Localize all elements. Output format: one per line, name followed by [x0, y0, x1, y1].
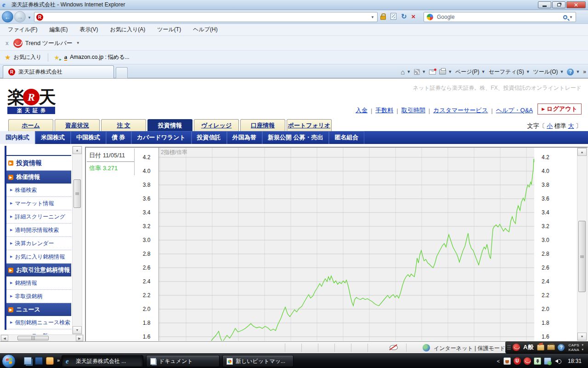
- search-dropdown-icon[interactable]: ▼: [569, 15, 573, 19]
- main-tab-0[interactable]: ホーム: [8, 119, 53, 131]
- scroll-up-button[interactable]: ▲: [577, 148, 587, 156]
- main-tab-1[interactable]: 資産状況: [55, 119, 100, 131]
- quick-launch-media[interactable]: [46, 357, 54, 365]
- stop-icon[interactable]: ×: [412, 13, 416, 20]
- sidebar-link-4[interactable]: ▶詳細スクリーニング: [6, 210, 71, 224]
- caps-indicator[interactable]: CAPS▼: [568, 343, 584, 347]
- scrollbar-thumb[interactable]: [578, 221, 586, 292]
- search-box[interactable]: Google ▼: [424, 12, 576, 22]
- sub-tab-4[interactable]: カバードワラント: [131, 131, 192, 144]
- network-icon[interactable]: [544, 357, 551, 365]
- back-button[interactable]: ←: [2, 11, 13, 23]
- sidebar-link-3[interactable]: ▶マーケット情報: [6, 197, 71, 210]
- scrollbar-thumb[interactable]: [17, 336, 49, 340]
- taskbar-clock[interactable]: 18:31: [568, 358, 582, 364]
- tools-menu[interactable]: ツール(O)▼: [533, 68, 564, 76]
- main-tab-6[interactable]: ポートフォリオ: [287, 119, 332, 131]
- sub-tab-5[interactable]: 投資信託: [192, 131, 227, 144]
- main-tab-5[interactable]: 口座情報: [240, 119, 285, 131]
- trend-toolbar-label[interactable]: Trend ツールバー: [25, 39, 73, 47]
- ime-input-mode-icon[interactable]: [513, 344, 520, 351]
- safety-menu[interactable]: セーフティ(S)▼: [489, 68, 530, 76]
- taskbar-button-rakuten[interactable]: e 楽天証券株式会社 ...: [62, 355, 143, 367]
- sidebar-link-12[interactable]: ▶個別銘柄ニュース検索: [6, 316, 71, 329]
- drag-grip-icon[interactable]: [507, 344, 510, 351]
- link-customer-service[interactable]: カスタマーサービス: [433, 106, 488, 115]
- page-menu[interactable]: ページ(P)▼: [455, 68, 485, 76]
- print-button[interactable]: ▼: [439, 69, 452, 75]
- sub-tab-0[interactable]: 国内株式: [0, 131, 35, 144]
- java-tray-icon[interactable]: [503, 357, 511, 365]
- sub-tab-8[interactable]: 匿名組合: [329, 131, 364, 144]
- main-tab-4[interactable]: ヴィレッジ: [194, 119, 239, 131]
- power-plug-icon[interactable]: [534, 357, 541, 365]
- price-chart-plot[interactable]: 2指標/倍率: [158, 148, 534, 341]
- scrollbar-thumb[interactable]: [74, 179, 81, 208]
- forward-button[interactable]: →: [14, 11, 26, 23]
- feeds-button[interactable]: ▼: [414, 69, 426, 75]
- sidebar-link-6[interactable]: ▶決算カレンダー: [6, 237, 71, 250]
- sub-tab-2[interactable]: 中国株式: [71, 131, 106, 144]
- trend-dropdown-icon[interactable]: ▼: [76, 41, 80, 45]
- kana-indicator[interactable]: KANA▼: [568, 348, 584, 352]
- taskbar-button-documents[interactable]: ドキュメント: [146, 355, 220, 367]
- quick-launch-show-desktop[interactable]: [24, 357, 32, 365]
- scroll-up-button[interactable]: ▲: [73, 146, 82, 154]
- overflow-chevron[interactable]: »: [583, 69, 586, 75]
- minimize-button[interactable]: [538, 1, 551, 8]
- ime-mode-label[interactable]: A般: [523, 343, 533, 351]
- close-button[interactable]: ✕: [566, 1, 586, 8]
- sidebar-section-0[interactable]: ▶投資情報: [6, 156, 71, 171]
- menu-file[interactable]: ファイル(F): [2, 26, 43, 34]
- sub-tab-7[interactable]: 新規公開 公募・売出: [262, 131, 329, 144]
- refresh-icon[interactable]: ↻: [401, 13, 407, 20]
- sub-tab-6[interactable]: 外国為替: [227, 131, 262, 144]
- link-fees[interactable]: 手数料: [375, 106, 393, 115]
- menu-edit[interactable]: 編集(E): [43, 26, 74, 34]
- sidebar-horizontal-scrollbar[interactable]: ◀ ▶: [0, 334, 84, 341]
- search-icon[interactable]: [563, 15, 567, 19]
- compatibility-view-icon[interactable]: [390, 13, 396, 20]
- recent-pages-chevron-icon[interactable]: ▼: [28, 16, 31, 20]
- quick-launch-window-switcher[interactable]: [35, 357, 43, 365]
- sidebar-header-1[interactable]: ▶株価情報: [6, 171, 71, 184]
- quick-launch-overflow-icon[interactable]: »: [57, 357, 60, 363]
- scroll-right-button[interactable]: ▶: [76, 335, 83, 341]
- font-size-large[interactable]: 大: [568, 122, 574, 129]
- main-tab-2[interactable]: 注 文: [101, 119, 146, 131]
- toolbar-close-button[interactable]: x: [6, 40, 9, 46]
- menu-view[interactable]: 表示(V): [74, 26, 104, 34]
- logout-button[interactable]: ▶ ログアウト: [537, 104, 582, 115]
- browser-tab[interactable]: R 楽天証券株式会社: [3, 65, 114, 78]
- menu-favorites[interactable]: お気に入り(A): [104, 26, 151, 34]
- start-button[interactable]: [2, 354, 16, 368]
- scroll-down-button[interactable]: ▼: [73, 326, 82, 334]
- show-hidden-icons-chevron[interactable]: <: [497, 358, 500, 364]
- link-deposit[interactable]: 入金: [356, 106, 368, 115]
- url-input[interactable]: [43, 13, 371, 21]
- font-size-small[interactable]: 小: [547, 122, 553, 129]
- read-mail-button[interactable]: [429, 69, 436, 75]
- sidebar-link-7[interactable]: ▶お気に入り銘柄情報: [6, 250, 71, 264]
- sub-tab-1[interactable]: 米国株式: [35, 131, 71, 144]
- update-tray-icon[interactable]: U: [514, 357, 521, 365]
- ime-toolbox-icon[interactable]: [547, 345, 555, 350]
- scroll-down-button[interactable]: ▼: [577, 333, 587, 340]
- favorite-item-amazon[interactable]: Amazon.co.jp : 悩める...: [70, 53, 129, 61]
- chart-vertical-scrollbar[interactable]: ▲ ▼: [577, 148, 587, 341]
- sidebar-header-8[interactable]: ▶お取引注意銘柄情報: [6, 264, 71, 276]
- address-dropdown-icon[interactable]: ▼: [371, 15, 377, 19]
- sidebar-link-5[interactable]: ▶適時開示情報検索: [6, 224, 71, 237]
- sub-tab-3[interactable]: 債 券: [106, 131, 131, 144]
- taskbar-button-bitmap[interactable]: 新しいビットマッ...: [222, 355, 294, 367]
- ime-tools-icon[interactable]: [537, 345, 544, 351]
- ime-help-icon[interactable]: ?: [558, 344, 565, 351]
- volume-icon[interactable]: [554, 357, 561, 365]
- menu-tools[interactable]: ツール(T): [151, 26, 187, 34]
- address-bar[interactable]: R ▼: [34, 12, 378, 22]
- add-favorite-icon[interactable]: ★: [54, 54, 60, 61]
- security-lock-icon[interactable]: [380, 16, 386, 20]
- sidebar-link-10[interactable]: ▶非取扱銘柄: [6, 290, 71, 303]
- favorites-button[interactable]: お気に入り: [13, 53, 41, 61]
- sidebar-vertical-scrollbar[interactable]: ▲ ▼: [72, 146, 82, 334]
